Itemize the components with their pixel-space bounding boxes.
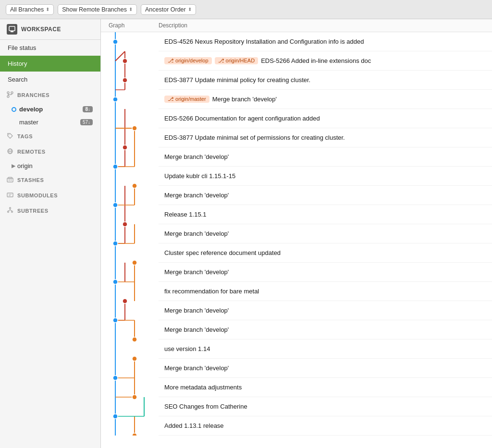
remotes-section-header[interactable]: REMOTES: [0, 144, 100, 159]
commit-row-15[interactable]: Merge branch 'develop': [159, 320, 492, 339]
commit-desc-17: Merge branch 'develop': [159, 361, 492, 375]
sidebar-item-search[interactable]: Search: [0, 72, 100, 87]
branch-name-master: master: [19, 119, 38, 126]
svg-point-46: [123, 59, 127, 63]
branches-section-header[interactable]: BRANCHES: [0, 87, 100, 103]
commit-desc-9: Release 1.15.1: [159, 207, 492, 222]
tag-origin-master: ⎇ origin/master: [164, 96, 209, 103]
tags-section-header[interactable]: TAGS: [0, 129, 100, 144]
commit-row-4[interactable]: EDS-5266 Documentation for agent configu…: [159, 109, 492, 128]
svg-point-2: [7, 92, 9, 94]
commit-row-1[interactable]: ⎇ origin/develop ⎇ origin/HEAD EDS-5266 …: [159, 51, 492, 71]
commit-row-10[interactable]: Merge branch 'develop': [159, 224, 492, 243]
workspace-header: WORKSPACE: [0, 19, 100, 40]
svg-point-48: [113, 97, 118, 102]
description-rows: EDS-4526 Nexus Repository Installation a…: [159, 32, 492, 437]
commit-row-18[interactable]: More metadata adjustments: [159, 378, 492, 397]
content-area: Graph Description: [101, 19, 492, 448]
svg-point-15: [8, 211, 9, 213]
commit-row-9[interactable]: Release 1.15.1: [159, 205, 492, 224]
svg-point-64: [113, 414, 118, 419]
subtrees-section-header[interactable]: SUBTREES: [0, 203, 100, 218]
svg-point-51: [113, 164, 118, 169]
all-branches-select[interactable]: All Branches ⬍: [6, 4, 54, 15]
stashes-icon: [7, 176, 13, 184]
workspace-label: WORKSPACE: [21, 26, 61, 33]
svg-rect-0: [9, 26, 15, 31]
commit-desc-0: EDS-4526 Nexus Repository Installation a…: [159, 34, 492, 49]
commit-desc-16: use version 1.14: [159, 341, 492, 356]
graph-svg: [101, 32, 159, 436]
tags-icon: [7, 133, 13, 140]
commit-row-3[interactable]: ⎇ origin/master Merge branch 'develop': [159, 90, 492, 109]
svg-point-14: [10, 207, 11, 209]
remotes-icon: [7, 148, 13, 156]
commit-row-6[interactable]: Merge branch 'develop': [159, 147, 492, 167]
svg-point-55: [113, 241, 118, 246]
commit-desc-12: Merge branch 'develop': [159, 265, 492, 279]
commit-row-5[interactable]: EDS-3877 Update minimal set of permissio…: [159, 128, 492, 147]
svg-point-57: [113, 279, 118, 284]
svg-point-45: [113, 39, 118, 44]
svg-point-52: [132, 183, 137, 188]
sidebar-item-file-status[interactable]: File status: [0, 40, 100, 56]
subtrees-icon: [7, 207, 13, 215]
commit-desc-11: Cluster spec reference document updated: [159, 245, 492, 260]
stashes-section-header[interactable]: STASHES: [0, 172, 100, 188]
submodules-section-header[interactable]: SUBMODULES: [0, 188, 100, 203]
origin-label: origin: [17, 162, 33, 170]
svg-point-53: [113, 203, 118, 207]
commit-row-17[interactable]: Merge branch 'develop': [159, 359, 492, 378]
svg-point-62: [113, 375, 118, 380]
svg-point-56: [132, 260, 137, 265]
branch-item-develop[interactable]: develop 8↓: [0, 103, 100, 116]
graph-column-header: Graph: [101, 22, 159, 29]
svg-point-16: [12, 211, 13, 213]
commit-list: EDS-4526 Nexus Repository Installation a…: [101, 32, 492, 448]
commit-desc-10: Merge branch 'develop': [159, 226, 492, 241]
tag-origin-head: ⎇ origin/HEAD: [215, 57, 258, 64]
sidebar-item-origin[interactable]: ▶ origin: [0, 159, 100, 172]
remote-branches-label: Show Remote Branches: [62, 6, 127, 13]
all-branches-chevron: ⬍: [46, 7, 49, 12]
commit-row-20[interactable]: Added 1.13.1 release: [159, 416, 492, 436]
commit-row-8[interactable]: Merge branch 'develop': [159, 186, 492, 205]
commit-desc-4: EDS-5266 Documentation for agent configu…: [159, 111, 492, 126]
commit-row-13[interactable]: fix recommendation for bare metal: [159, 282, 492, 301]
remote-branches-select[interactable]: Show Remote Branches ⬍: [58, 4, 137, 15]
commit-desc-6: Merge branch 'develop': [159, 149, 492, 164]
commit-row-11[interactable]: Cluster spec reference document updated: [159, 243, 492, 263]
svg-point-58: [123, 299, 127, 303]
tag-origin-develop: ⎇ origin/develop: [164, 57, 212, 64]
graph-and-commits: EDS-4526 Nexus Repository Installation a…: [101, 32, 492, 437]
origin-chevron: ▶: [12, 163, 15, 169]
svg-point-5: [9, 134, 10, 135]
commit-row-2[interactable]: EDS-3877 Update minimal policy for creat…: [159, 71, 492, 90]
svg-point-59: [113, 318, 118, 323]
commit-desc-15: Merge branch 'develop': [159, 322, 492, 337]
branch-badge-master: 57↓: [80, 119, 93, 125]
all-branches-label: All Branches: [10, 6, 44, 13]
svg-point-65: [132, 433, 137, 436]
branch-item-master[interactable]: master 57↓: [0, 116, 100, 129]
ancestor-order-label: Ancestor Order: [145, 6, 186, 13]
description-column-header: Description: [159, 22, 492, 29]
commit-row-7[interactable]: Update kublr cli 1.15.1-15: [159, 167, 492, 186]
ancestor-order-select[interactable]: Ancestor Order ⬍: [141, 4, 196, 15]
commit-row-19[interactable]: SEO Changes from Catherine: [159, 397, 492, 416]
commit-desc-14: Merge branch 'develop': [159, 303, 492, 318]
svg-rect-1: [11, 31, 13, 32]
commit-row-12[interactable]: Merge branch 'develop': [159, 263, 492, 282]
top-bar: All Branches ⬍ Show Remote Branches ⬍ An…: [0, 0, 492, 19]
sidebar-item-history[interactable]: History: [0, 56, 100, 72]
commit-row-14[interactable]: Merge branch 'develop': [159, 301, 492, 320]
commit-desc-18: More metadata adjustments: [159, 380, 492, 395]
commit-desc-19: SEO Changes from Catherine: [159, 399, 492, 414]
submodules-icon: [7, 192, 13, 199]
branch-name-develop: develop: [19, 106, 43, 113]
commit-row-0[interactable]: EDS-4526 Nexus Repository Installation a…: [159, 32, 492, 51]
branch-badge-develop: 8↓: [83, 106, 93, 112]
svg-point-61: [132, 356, 137, 361]
commit-row-16[interactable]: use version 1.14: [159, 339, 492, 359]
sidebar: WORKSPACE File status History Search BRA…: [0, 19, 101, 448]
